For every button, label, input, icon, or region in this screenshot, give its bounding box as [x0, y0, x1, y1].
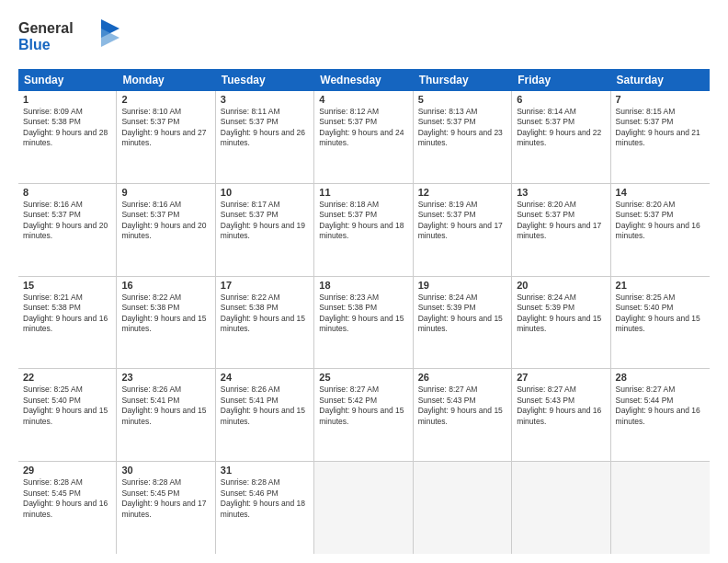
day-number: 31: [221, 465, 309, 476]
day-number: 29: [23, 465, 111, 476]
day-number: 21: [616, 280, 705, 291]
day-info: Sunrise: 8:27 AMSunset: 5:44 PMDaylight:…: [616, 385, 705, 427]
day-number: 30: [121, 465, 210, 476]
day-info: Sunrise: 8:26 AMSunset: 5:41 PMDaylight:…: [221, 385, 309, 427]
logo-text: General Blue: [18, 15, 119, 60]
day-info: Sunrise: 8:20 AMSunset: 5:37 PMDaylight:…: [616, 200, 705, 242]
day-number: 20: [517, 280, 605, 291]
calendar-header: SundayMondayTuesdayWednesdayThursdayFrid…: [18, 69, 710, 91]
day-number: 26: [418, 372, 506, 383]
calendar-cell: 17Sunrise: 8:22 AMSunset: 5:38 PMDayligh…: [216, 277, 314, 369]
day-info: Sunrise: 8:24 AMSunset: 5:39 PMDaylight:…: [418, 293, 506, 335]
calendar-cell: 2Sunrise: 8:10 AMSunset: 5:37 PMDaylight…: [117, 91, 215, 183]
day-number: 9: [121, 187, 210, 198]
calendar-day-header: Friday: [512, 69, 610, 91]
day-info: Sunrise: 8:19 AMSunset: 5:37 PMDaylight:…: [418, 200, 506, 242]
day-number: 11: [319, 187, 407, 198]
day-info: Sunrise: 8:28 AMSunset: 5:45 PMDaylight:…: [121, 477, 210, 520]
day-number: 5: [418, 94, 506, 105]
day-number: 13: [517, 187, 605, 198]
day-number: 28: [616, 372, 705, 383]
day-number: 8: [23, 187, 111, 198]
calendar-cell: 4Sunrise: 8:12 AMSunset: 5:37 PMDaylight…: [314, 91, 413, 183]
day-number: 17: [221, 280, 309, 291]
day-info: Sunrise: 8:16 AMSunset: 5:37 PMDaylight:…: [23, 200, 111, 242]
calendar-cell: 27Sunrise: 8:27 AMSunset: 5:43 PMDayligh…: [512, 369, 610, 461]
calendar-day-header: Tuesday: [216, 69, 314, 91]
day-info: Sunrise: 8:12 AMSunset: 5:37 PMDaylight:…: [319, 107, 407, 149]
svg-text:Blue: Blue: [18, 37, 51, 52]
calendar-week-row: 1Sunrise: 8:09 AMSunset: 5:38 PMDaylight…: [18, 91, 710, 184]
day-number: 4: [319, 94, 407, 105]
calendar-cell: [512, 462, 610, 554]
calendar-cell: 31Sunrise: 8:28 AMSunset: 5:46 PMDayligh…: [216, 462, 314, 554]
calendar-day-header: Monday: [117, 69, 215, 91]
calendar-day-header: Thursday: [414, 69, 512, 91]
calendar-cell: 11Sunrise: 8:18 AMSunset: 5:37 PMDayligh…: [314, 184, 413, 276]
calendar-week-row: 15Sunrise: 8:21 AMSunset: 5:38 PMDayligh…: [18, 277, 710, 370]
calendar-cell: 10Sunrise: 8:17 AMSunset: 5:37 PMDayligh…: [216, 184, 314, 276]
day-number: 23: [121, 372, 210, 383]
day-info: Sunrise: 8:23 AMSunset: 5:38 PMDaylight:…: [319, 293, 407, 335]
header: General Blue: [18, 15, 710, 60]
day-info: Sunrise: 8:28 AMSunset: 5:45 PMDaylight:…: [23, 477, 111, 520]
calendar-cell: 30Sunrise: 8:28 AMSunset: 5:45 PMDayligh…: [117, 462, 215, 554]
day-number: 12: [418, 187, 506, 198]
calendar-cell: 18Sunrise: 8:23 AMSunset: 5:38 PMDayligh…: [314, 277, 413, 369]
calendar-cell: 19Sunrise: 8:24 AMSunset: 5:39 PMDayligh…: [414, 277, 512, 369]
calendar-cell: 25Sunrise: 8:27 AMSunset: 5:42 PMDayligh…: [314, 369, 413, 461]
day-number: 16: [121, 280, 210, 291]
calendar-cell: 6Sunrise: 8:14 AMSunset: 5:37 PMDaylight…: [512, 91, 610, 183]
day-info: Sunrise: 8:27 AMSunset: 5:42 PMDaylight:…: [319, 385, 407, 427]
day-info: Sunrise: 8:28 AMSunset: 5:46 PMDaylight:…: [221, 477, 309, 520]
calendar-cell: 28Sunrise: 8:27 AMSunset: 5:44 PMDayligh…: [611, 369, 710, 461]
day-info: Sunrise: 8:26 AMSunset: 5:41 PMDaylight:…: [121, 385, 210, 427]
day-info: Sunrise: 8:13 AMSunset: 5:37 PMDaylight:…: [418, 107, 506, 149]
day-number: 25: [319, 372, 407, 383]
day-number: 7: [616, 94, 705, 105]
day-number: 10: [221, 187, 309, 198]
calendar-cell: 5Sunrise: 8:13 AMSunset: 5:37 PMDaylight…: [414, 91, 512, 183]
day-number: 18: [319, 280, 407, 291]
calendar-cell: 26Sunrise: 8:27 AMSunset: 5:43 PMDayligh…: [414, 369, 512, 461]
calendar-cell: 1Sunrise: 8:09 AMSunset: 5:38 PMDaylight…: [18, 91, 117, 183]
calendar-cell: 23Sunrise: 8:26 AMSunset: 5:41 PMDayligh…: [117, 369, 215, 461]
calendar-cell: 15Sunrise: 8:21 AMSunset: 5:38 PMDayligh…: [18, 277, 117, 369]
calendar-cell: 16Sunrise: 8:22 AMSunset: 5:38 PMDayligh…: [117, 277, 215, 369]
day-info: Sunrise: 8:14 AMSunset: 5:37 PMDaylight:…: [517, 107, 605, 149]
calendar-cell: 3Sunrise: 8:11 AMSunset: 5:37 PMDaylight…: [216, 91, 314, 183]
calendar-day-header: Saturday: [611, 69, 710, 91]
day-number: 3: [221, 94, 309, 105]
page: General Blue SundayMondayTuesdayWednesda…: [0, 0, 728, 563]
calendar-day-header: Wednesday: [314, 69, 413, 91]
day-info: Sunrise: 8:15 AMSunset: 5:37 PMDaylight:…: [616, 107, 705, 149]
calendar-week-row: 8Sunrise: 8:16 AMSunset: 5:37 PMDaylight…: [18, 184, 710, 277]
day-info: Sunrise: 8:22 AMSunset: 5:38 PMDaylight:…: [121, 293, 210, 335]
calendar-cell: 13Sunrise: 8:20 AMSunset: 5:37 PMDayligh…: [512, 184, 610, 276]
day-info: Sunrise: 8:09 AMSunset: 5:38 PMDaylight:…: [23, 107, 111, 149]
day-info: Sunrise: 8:20 AMSunset: 5:37 PMDaylight:…: [517, 200, 605, 242]
calendar-cell: 24Sunrise: 8:26 AMSunset: 5:41 PMDayligh…: [216, 369, 314, 461]
calendar-cell: 9Sunrise: 8:16 AMSunset: 5:37 PMDaylight…: [117, 184, 215, 276]
day-number: 22: [23, 372, 111, 383]
calendar-cell: [611, 462, 710, 554]
calendar-cell: 7Sunrise: 8:15 AMSunset: 5:37 PMDaylight…: [611, 91, 710, 183]
day-number: 27: [517, 372, 605, 383]
calendar-week-row: 29Sunrise: 8:28 AMSunset: 5:45 PMDayligh…: [18, 462, 710, 554]
day-number: 24: [221, 372, 309, 383]
svg-text:General: General: [18, 20, 74, 36]
day-info: Sunrise: 8:11 AMSunset: 5:37 PMDaylight:…: [221, 107, 309, 149]
day-info: Sunrise: 8:22 AMSunset: 5:38 PMDaylight:…: [221, 293, 309, 335]
day-info: Sunrise: 8:25 AMSunset: 5:40 PMDaylight:…: [23, 385, 111, 427]
calendar-cell: 8Sunrise: 8:16 AMSunset: 5:37 PMDaylight…: [18, 184, 117, 276]
day-info: Sunrise: 8:24 AMSunset: 5:39 PMDaylight:…: [517, 293, 605, 335]
calendar-day-header: Sunday: [18, 69, 117, 91]
day-number: 2: [121, 94, 210, 105]
calendar: SundayMondayTuesdayWednesdayThursdayFrid…: [18, 69, 710, 554]
calendar-cell: [314, 462, 413, 554]
calendar-cell: 29Sunrise: 8:28 AMSunset: 5:45 PMDayligh…: [18, 462, 117, 554]
day-number: 15: [23, 280, 111, 291]
calendar-week-row: 22Sunrise: 8:25 AMSunset: 5:40 PMDayligh…: [18, 369, 710, 462]
calendar-cell: 22Sunrise: 8:25 AMSunset: 5:40 PMDayligh…: [18, 369, 117, 461]
calendar-cell: 14Sunrise: 8:20 AMSunset: 5:37 PMDayligh…: [611, 184, 710, 276]
